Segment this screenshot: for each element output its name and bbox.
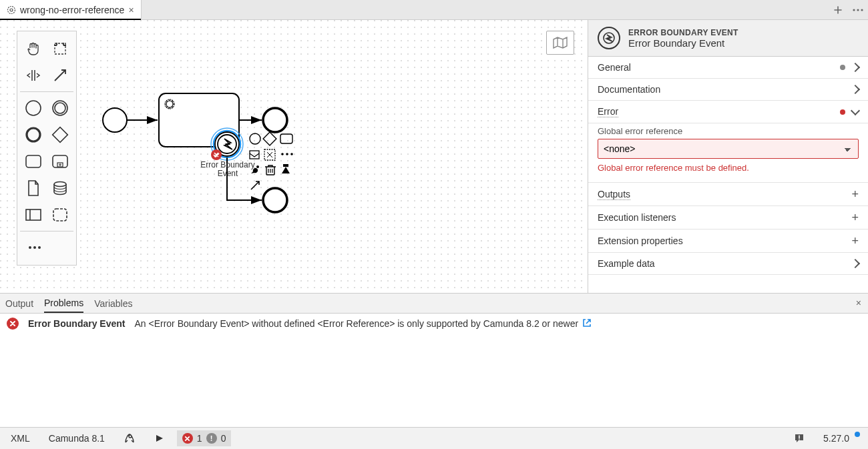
problem-message: An <Error Boundary Event> without define… [134, 318, 592, 330]
data-object-icon[interactable] [24, 179, 43, 197]
svg-rect-17 [53, 209, 67, 221]
element-name-label: Error Boundary Event [628, 37, 738, 49]
end-event-icon[interactable] [24, 125, 43, 144]
feedback-button[interactable] [789, 430, 810, 446]
svg-point-34 [250, 133, 260, 144]
element-type-icon [598, 27, 620, 49]
svg-rect-43 [283, 164, 288, 167]
error-icon [7, 318, 19, 330]
participant-icon[interactable] [24, 205, 43, 224]
svg-rect-11 [26, 155, 41, 167]
svg-point-39 [281, 153, 284, 155]
connect-tool-icon[interactable] [51, 66, 69, 85]
version-label[interactable]: 5.27.0 [818, 430, 863, 446]
svg-point-9 [27, 128, 40, 141]
tabs-actions [828, 0, 868, 19]
properties-panel: ERROR BOUNDARY EVENT Error Boundary Even… [588, 20, 868, 293]
problems-panel: Error Boundary Event An <Error Boundary … [0, 314, 868, 427]
svg-point-2 [853, 9, 855, 11]
problems-status[interactable]: 1 ! 0 [177, 430, 232, 446]
xml-toggle[interactable]: XML [5, 430, 35, 446]
bpmn-file-icon [7, 5, 16, 15]
lasso-tool-icon[interactable] [51, 39, 69, 58]
tab-output[interactable]: Output [5, 295, 33, 312]
start-instance-button[interactable] [149, 431, 169, 446]
context-pad [248, 132, 302, 194]
error-dot-icon [840, 109, 845, 115]
validation-error-message: Global error reference must be defined. [598, 163, 859, 173]
svg-point-1 [10, 9, 13, 11]
svg-point-27 [263, 108, 287, 132]
bottom-panel-tabs: Output Problems Variables × [0, 294, 868, 314]
group-icon[interactable] [51, 205, 69, 224]
gateway-icon[interactable] [51, 125, 69, 144]
element-palette [17, 31, 77, 266]
svg-point-14 [54, 182, 66, 187]
file-tab[interactable]: wrong-no-error-reference × [0, 0, 142, 19]
engine-profile[interactable]: Camunda 8.1 [43, 430, 110, 446]
problem-element: Error Boundary Event [28, 318, 125, 329]
section-example-data[interactable]: Example data [588, 253, 868, 275]
section-execution-listeners[interactable]: Execution listeners + [588, 206, 868, 230]
field-label: Global error reference [598, 126, 859, 136]
svg-point-18 [29, 246, 31, 249]
start-event-icon[interactable] [24, 99, 43, 117]
svg-point-19 [33, 246, 36, 249]
file-tabs: wrong-no-error-reference × [0, 0, 868, 20]
plus-icon[interactable]: + [851, 235, 859, 247]
properties-header: ERROR BOUNDARY EVENT Error Boundary Even… [588, 20, 868, 57]
update-available-dot-icon [855, 432, 860, 437]
element-type-label: ERROR BOUNDARY EVENT [628, 28, 738, 37]
svg-point-0 [8, 6, 15, 13]
svg-point-40 [286, 153, 288, 155]
close-icon[interactable]: × [128, 5, 134, 15]
svg-point-3 [857, 9, 859, 11]
svg-point-41 [290, 153, 293, 155]
svg-rect-10 [53, 127, 68, 143]
deploy-button[interactable] [118, 430, 141, 447]
tab-variables[interactable]: Variables [94, 295, 132, 312]
close-icon[interactable]: × [856, 298, 861, 308]
section-general[interactable]: General [588, 57, 868, 79]
section-error[interactable]: Error [588, 101, 868, 123]
svg-point-4 [861, 9, 863, 11]
problem-row[interactable]: Error Boundary Event An <Error Boundary … [0, 314, 868, 334]
section-error-body: Global error reference <none> Global err… [588, 123, 868, 183]
status-dot-icon [840, 65, 845, 70]
error-icon [182, 433, 193, 444]
svg-rect-15 [26, 209, 41, 220]
hand-tool-icon[interactable] [24, 39, 43, 58]
chevron-down-icon [851, 105, 860, 115]
svg-point-21 [103, 108, 127, 132]
chevron-right-icon [851, 85, 860, 94]
external-link-icon[interactable] [582, 318, 592, 330]
data-store-icon[interactable] [51, 179, 69, 197]
section-documentation[interactable]: Documentation [588, 79, 868, 101]
global-error-reference-select[interactable]: <none> [598, 139, 859, 159]
more-tabs-button[interactable] [848, 0, 868, 20]
new-tab-button[interactable] [828, 0, 848, 20]
section-extension-properties[interactable]: Extension properties + [588, 230, 868, 253]
svg-rect-35 [263, 132, 276, 145]
minimap-toggle[interactable] [546, 31, 574, 55]
svg-point-20 [38, 246, 41, 249]
section-outputs[interactable]: Outputs + [588, 183, 868, 206]
chevron-right-icon [851, 259, 860, 268]
svg-rect-36 [280, 134, 292, 143]
file-tab-label: wrong-no-error-reference [20, 5, 124, 15]
svg-point-8 [55, 103, 65, 113]
intermediate-event-icon[interactable] [51, 99, 69, 117]
status-bar: XML Camunda 8.1 1 ! 0 5.27.0 [0, 427, 868, 449]
chevron-right-icon [851, 63, 860, 72]
plus-icon[interactable]: + [851, 211, 859, 223]
more-elements-icon[interactable] [25, 238, 44, 257]
svg-point-42 [256, 165, 259, 168]
subprocess-icon[interactable] [51, 152, 69, 171]
tab-problems[interactable]: Problems [44, 294, 83, 313]
bpmn-diagram: Error BoundaryEvent [100, 60, 314, 222]
space-tool-icon[interactable] [24, 66, 43, 85]
task-icon[interactable] [24, 152, 43, 171]
diagram-canvas[interactable]: Error BoundaryEvent [0, 20, 588, 293]
plus-icon[interactable]: + [851, 188, 859, 200]
svg-point-6 [26, 101, 41, 115]
